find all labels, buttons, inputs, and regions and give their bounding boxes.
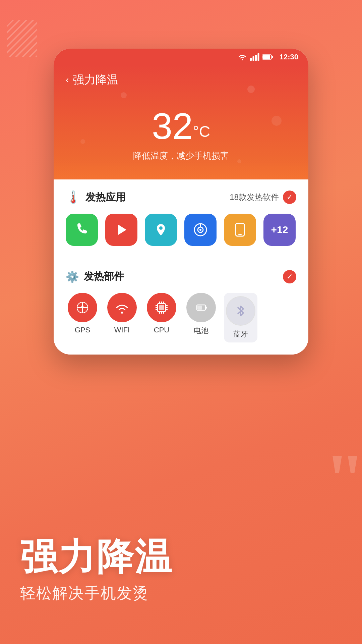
temperature-description: 降低温度，减少手机损害 — [66, 150, 296, 162]
bluetooth-icon — [236, 304, 245, 318]
status-bar: 12:30 — [54, 49, 308, 65]
battery-label: 电池 — [194, 326, 208, 336]
apps-section-left: 🌡️ 发热应用 — [66, 190, 126, 204]
app-icon-more[interactable]: +12 — [263, 214, 296, 246]
maps-app-icon — [153, 221, 169, 238]
svg-point-20 — [121, 312, 123, 314]
gps-icon — [75, 301, 89, 315]
battery-component-icon-bg — [186, 293, 216, 322]
deco-lines-top-left — [7, 20, 37, 57]
heating-components-section: ⚙️ 发热部件 ✓ GPS — [54, 260, 308, 355]
status-icons: 12:30 — [237, 53, 298, 61]
svg-rect-2 — [252, 56, 254, 61]
phone-app-icon — [73, 221, 90, 238]
apps-check-badge[interactable]: ✓ — [283, 191, 296, 204]
svg-rect-15 — [238, 234, 242, 235]
app-icon-phone[interactable] — [66, 214, 98, 246]
temperature-display: 32°C 降低温度，减少手机损害 — [66, 98, 296, 168]
svg-rect-7 — [272, 56, 273, 58]
bubble-4 — [247, 86, 255, 93]
more-label: +12 — [271, 224, 288, 235]
bluetooth-label: 蓝牙 — [233, 329, 248, 339]
svg-rect-22 — [159, 305, 164, 310]
apps-section-title: 发热应用 — [85, 191, 126, 204]
app-icon-video[interactable] — [105, 214, 137, 246]
phone-mockup: 12:30 ‹ 强力降温 32°C 降低温度，减少手机损害 🌡️ 发热应用 — [54, 49, 308, 355]
component-item-wifi[interactable]: WIFI — [105, 293, 139, 334]
music-app-icon — [192, 221, 209, 238]
app-icon-maps[interactable] — [145, 214, 177, 246]
cpu-icon — [154, 300, 169, 315]
phone2-app-icon — [232, 222, 248, 237]
component-item-cpu[interactable]: CPU — [145, 293, 178, 334]
gps-label: GPS — [75, 326, 90, 334]
apps-section-right: 18款发热软件 ✓ — [230, 191, 296, 204]
thermometer-icon: 🌡️ — [66, 190, 81, 204]
app-icon-phone2[interactable] — [224, 214, 256, 246]
main-slogan: 强力降温 — [20, 536, 342, 577]
svg-rect-1 — [250, 58, 252, 61]
component-item-bluetooth[interactable]: 蓝牙 — [224, 293, 257, 342]
back-button[interactable]: ‹ — [66, 74, 69, 85]
apps-count-label: 18款发热软件 — [230, 192, 279, 203]
cpu-icon-bg — [147, 293, 176, 322]
svg-rect-3 — [255, 55, 257, 61]
svg-point-0 — [242, 59, 243, 60]
gear-icon: ⚙️ — [66, 270, 79, 283]
heating-apps-section: 🌡️ 发热应用 18款发热软件 ✓ — [54, 179, 308, 257]
svg-rect-37 — [197, 306, 202, 310]
battery-component-icon — [194, 301, 208, 315]
wifi-component-icon-bg — [107, 293, 137, 322]
component-item-battery[interactable]: 电池 — [184, 293, 218, 336]
components-section-left: ⚙️ 发热部件 — [66, 270, 124, 283]
video-app-icon — [113, 221, 130, 238]
components-section-title: 发热部件 — [84, 270, 124, 283]
components-check-badge[interactable]: ✓ — [283, 270, 296, 283]
wifi-icon — [237, 53, 247, 61]
sub-slogan: 轻松解决手机发烫 — [20, 583, 342, 604]
cpu-label: CPU — [154, 326, 169, 334]
signal-icon — [250, 53, 259, 61]
app-icon-music[interactable] — [184, 214, 217, 246]
deco-quote: " — [324, 443, 362, 517]
svg-marker-8 — [118, 225, 126, 235]
wifi-component-icon — [114, 302, 130, 314]
app-icons-row: +12 — [66, 214, 296, 246]
component-icons-row: GPS WIFI — [66, 293, 296, 342]
phone-header: ‹ 强力降温 32°C 降低温度，减少手机损害 — [54, 65, 308, 179]
component-item-gps[interactable]: GPS — [66, 293, 99, 334]
wifi-label: WIFI — [114, 326, 130, 334]
temperature-value: 32°C — [66, 108, 296, 145]
status-time: 12:30 — [280, 53, 298, 61]
back-row: ‹ 强力降温 — [66, 72, 296, 88]
svg-rect-6 — [262, 55, 270, 59]
apps-section-header: 🌡️ 发热应用 18款发热软件 ✓ — [66, 190, 296, 204]
gps-icon-bg — [68, 293, 97, 322]
svg-rect-4 — [257, 53, 259, 61]
battery-icon — [262, 54, 274, 60]
components-section-header: ⚙️ 发热部件 ✓ — [66, 270, 296, 283]
svg-point-9 — [159, 226, 163, 230]
bluetooth-icon-bg — [226, 296, 255, 326]
svg-rect-36 — [205, 307, 207, 309]
bottom-text-section: 强力降温 轻松解决手机发烫 — [0, 536, 362, 604]
svg-point-12 — [199, 229, 201, 231]
header-title: 强力降温 — [73, 72, 118, 88]
